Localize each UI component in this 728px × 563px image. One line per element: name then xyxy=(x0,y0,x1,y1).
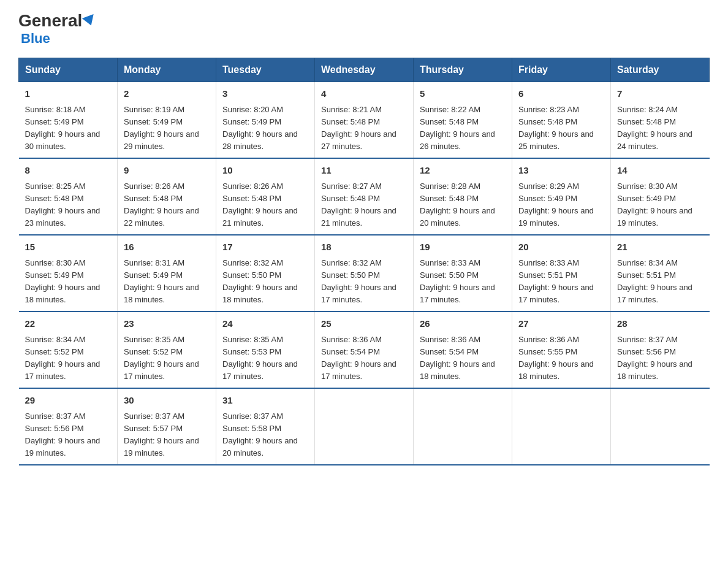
header-cell-friday: Friday xyxy=(512,58,611,82)
day-info: Sunrise: 8:26 AMSunset: 5:48 PMDaylight:… xyxy=(222,180,308,230)
day-number: 8 xyxy=(25,164,112,178)
page-header: General Blue xyxy=(18,12,710,47)
day-info: Sunrise: 8:35 AMSunset: 5:53 PMDaylight:… xyxy=(222,334,308,383)
day-info: Sunrise: 8:24 AMSunset: 5:48 PMDaylight:… xyxy=(617,104,703,153)
day-cell: 5Sunrise: 8:22 AMSunset: 5:48 PMDaylight… xyxy=(414,82,512,159)
day-cell: 30Sunrise: 8:37 AMSunset: 5:57 PMDayligh… xyxy=(118,388,216,465)
day-cell: 20Sunrise: 8:33 AMSunset: 5:51 PMDayligh… xyxy=(512,235,611,312)
day-number: 31 xyxy=(222,394,308,408)
day-info: Sunrise: 8:37 AMSunset: 5:57 PMDaylight:… xyxy=(124,410,210,460)
day-cell: 28Sunrise: 8:37 AMSunset: 5:56 PMDayligh… xyxy=(611,312,710,388)
day-info: Sunrise: 8:35 AMSunset: 5:52 PMDaylight:… xyxy=(124,334,210,383)
day-number: 21 xyxy=(617,240,703,255)
day-cell: 6Sunrise: 8:23 AMSunset: 5:48 PMDaylight… xyxy=(512,82,611,159)
day-cell: 8Sunrise: 8:25 AMSunset: 5:48 PMDaylight… xyxy=(19,158,118,235)
day-cell: 31Sunrise: 8:37 AMSunset: 5:58 PMDayligh… xyxy=(216,388,315,465)
day-cell: 1Sunrise: 8:18 AMSunset: 5:49 PMDaylight… xyxy=(19,82,118,159)
day-info: Sunrise: 8:28 AMSunset: 5:48 PMDaylight:… xyxy=(420,180,506,230)
day-cell: 29Sunrise: 8:37 AMSunset: 5:56 PMDayligh… xyxy=(19,388,118,465)
day-info: Sunrise: 8:34 AMSunset: 5:52 PMDaylight:… xyxy=(25,334,112,383)
week-row-4: 22Sunrise: 8:34 AMSunset: 5:52 PMDayligh… xyxy=(19,312,710,388)
day-info: Sunrise: 8:23 AMSunset: 5:48 PMDaylight:… xyxy=(518,104,604,153)
day-number: 22 xyxy=(25,317,112,331)
day-cell: 4Sunrise: 8:21 AMSunset: 5:48 PMDaylight… xyxy=(315,82,414,159)
day-info: Sunrise: 8:30 AMSunset: 5:49 PMDaylight:… xyxy=(25,257,112,307)
day-info: Sunrise: 8:33 AMSunset: 5:50 PMDaylight:… xyxy=(420,257,506,307)
day-info: Sunrise: 8:27 AMSunset: 5:48 PMDaylight:… xyxy=(321,180,407,230)
day-number: 24 xyxy=(222,317,308,331)
day-info: Sunrise: 8:30 AMSunset: 5:49 PMDaylight:… xyxy=(617,180,703,230)
day-info: Sunrise: 8:22 AMSunset: 5:48 PMDaylight:… xyxy=(420,104,506,153)
day-cell: 11Sunrise: 8:27 AMSunset: 5:48 PMDayligh… xyxy=(315,158,414,235)
day-number: 25 xyxy=(321,317,407,331)
week-row-5: 29Sunrise: 8:37 AMSunset: 5:56 PMDayligh… xyxy=(19,388,710,465)
day-number: 14 xyxy=(617,164,703,178)
day-info: Sunrise: 8:20 AMSunset: 5:49 PMDaylight:… xyxy=(222,104,308,153)
day-cell: 19Sunrise: 8:33 AMSunset: 5:50 PMDayligh… xyxy=(414,235,512,312)
day-number: 1 xyxy=(25,87,112,101)
day-number: 26 xyxy=(420,317,506,331)
calendar-header-row: SundayMondayTuesdayWednesdayThursdayFrid… xyxy=(19,58,710,82)
day-info: Sunrise: 8:25 AMSunset: 5:48 PMDaylight:… xyxy=(25,180,112,230)
week-row-2: 8Sunrise: 8:25 AMSunset: 5:48 PMDaylight… xyxy=(19,158,710,235)
day-number: 29 xyxy=(25,394,112,408)
header-cell-monday: Monday xyxy=(118,58,216,82)
day-info: Sunrise: 8:33 AMSunset: 5:51 PMDaylight:… xyxy=(518,257,604,307)
day-info: Sunrise: 8:36 AMSunset: 5:54 PMDaylight:… xyxy=(420,334,506,383)
day-number: 18 xyxy=(321,240,407,255)
day-number: 5 xyxy=(420,87,506,101)
day-cell: 17Sunrise: 8:32 AMSunset: 5:50 PMDayligh… xyxy=(216,235,315,312)
day-info: Sunrise: 8:37 AMSunset: 5:56 PMDaylight:… xyxy=(25,410,112,460)
day-cell: 2Sunrise: 8:19 AMSunset: 5:49 PMDaylight… xyxy=(118,82,216,159)
calendar-table: SundayMondayTuesdayWednesdayThursdayFrid… xyxy=(18,58,710,465)
day-cell: 27Sunrise: 8:36 AMSunset: 5:55 PMDayligh… xyxy=(512,312,611,388)
day-number: 2 xyxy=(124,87,210,101)
day-cell: 10Sunrise: 8:26 AMSunset: 5:48 PMDayligh… xyxy=(216,158,315,235)
day-info: Sunrise: 8:29 AMSunset: 5:49 PMDaylight:… xyxy=(518,180,604,230)
day-number: 7 xyxy=(617,87,703,101)
day-cell: 15Sunrise: 8:30 AMSunset: 5:49 PMDayligh… xyxy=(19,235,118,312)
day-cell: 14Sunrise: 8:30 AMSunset: 5:49 PMDayligh… xyxy=(611,158,710,235)
day-number: 19 xyxy=(420,240,506,255)
day-cell: 22Sunrise: 8:34 AMSunset: 5:52 PMDayligh… xyxy=(19,312,118,388)
logo-general: General xyxy=(18,12,82,29)
day-info: Sunrise: 8:26 AMSunset: 5:48 PMDaylight:… xyxy=(124,180,210,230)
day-info: Sunrise: 8:18 AMSunset: 5:49 PMDaylight:… xyxy=(25,104,112,153)
day-cell xyxy=(611,388,710,465)
day-info: Sunrise: 8:37 AMSunset: 5:56 PMDaylight:… xyxy=(617,334,703,383)
header-cell-thursday: Thursday xyxy=(414,58,512,82)
header-cell-wednesday: Wednesday xyxy=(315,58,414,82)
day-cell xyxy=(315,388,414,465)
day-number: 16 xyxy=(124,240,210,255)
day-number: 28 xyxy=(617,317,703,331)
day-info: Sunrise: 8:32 AMSunset: 5:50 PMDaylight:… xyxy=(222,257,308,307)
day-cell: 18Sunrise: 8:32 AMSunset: 5:50 PMDayligh… xyxy=(315,235,414,312)
day-cell: 23Sunrise: 8:35 AMSunset: 5:52 PMDayligh… xyxy=(118,312,216,388)
day-cell: 13Sunrise: 8:29 AMSunset: 5:49 PMDayligh… xyxy=(512,158,611,235)
day-cell: 24Sunrise: 8:35 AMSunset: 5:53 PMDayligh… xyxy=(216,312,315,388)
day-cell xyxy=(414,388,512,465)
day-info: Sunrise: 8:21 AMSunset: 5:48 PMDaylight:… xyxy=(321,104,407,153)
day-cell: 16Sunrise: 8:31 AMSunset: 5:49 PMDayligh… xyxy=(118,235,216,312)
day-info: Sunrise: 8:19 AMSunset: 5:49 PMDaylight:… xyxy=(124,104,210,153)
header-cell-sunday: Sunday xyxy=(19,58,118,82)
day-cell: 21Sunrise: 8:34 AMSunset: 5:51 PMDayligh… xyxy=(611,235,710,312)
day-cell: 7Sunrise: 8:24 AMSunset: 5:48 PMDaylight… xyxy=(611,82,710,159)
day-info: Sunrise: 8:37 AMSunset: 5:58 PMDaylight:… xyxy=(222,410,308,460)
day-cell: 3Sunrise: 8:20 AMSunset: 5:49 PMDaylight… xyxy=(216,82,315,159)
day-cell: 26Sunrise: 8:36 AMSunset: 5:54 PMDayligh… xyxy=(414,312,512,388)
day-info: Sunrise: 8:36 AMSunset: 5:55 PMDaylight:… xyxy=(518,334,604,383)
day-number: 12 xyxy=(420,164,506,178)
day-number: 4 xyxy=(321,87,407,101)
header-cell-saturday: Saturday xyxy=(611,58,710,82)
day-cell: 25Sunrise: 8:36 AMSunset: 5:54 PMDayligh… xyxy=(315,312,414,388)
day-info: Sunrise: 8:32 AMSunset: 5:50 PMDaylight:… xyxy=(321,257,407,307)
day-cell: 12Sunrise: 8:28 AMSunset: 5:48 PMDayligh… xyxy=(414,158,512,235)
day-number: 6 xyxy=(518,87,604,101)
logo-blue: Blue xyxy=(21,31,50,47)
day-number: 15 xyxy=(25,240,112,255)
day-number: 3 xyxy=(222,87,308,101)
day-number: 11 xyxy=(321,164,407,178)
header-cell-tuesday: Tuesday xyxy=(216,58,315,82)
day-number: 27 xyxy=(518,317,604,331)
